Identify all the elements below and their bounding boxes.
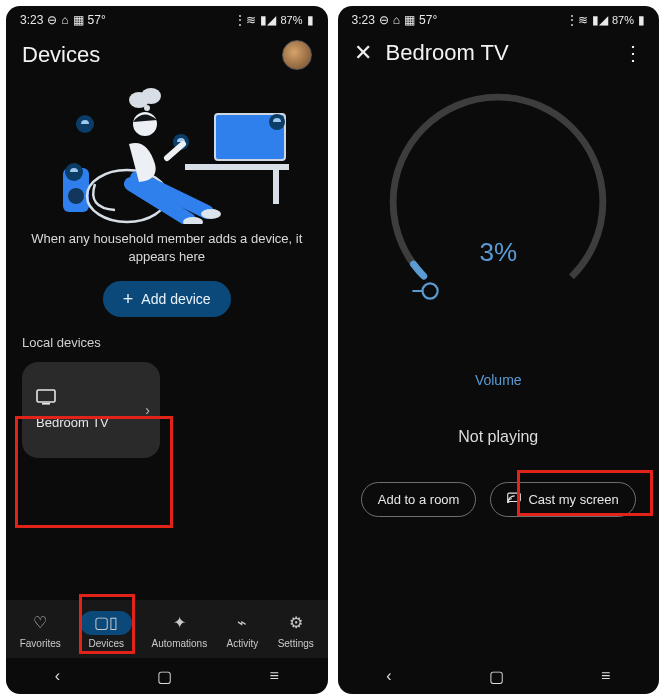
- nav-devices[interactable]: ▢▯ Devices: [74, 608, 138, 652]
- cast-icon: [507, 492, 521, 507]
- phone-device-detail-screen: 3:23 ⊖ ⌂ ▦ 57° ⋮≋ ▮◢ 87% ▮ ✕ Bedroom TV …: [338, 6, 660, 694]
- phone-devices-screen: 3:23 ⊖ ⌂ ▦ 57° ⋮≋ ▮◢ 87% ▮ Devices: [6, 6, 328, 694]
- back-icon[interactable]: ‹: [386, 667, 391, 685]
- svg-point-6: [68, 188, 84, 204]
- devices-empty-hint: When any household member adds a device,…: [6, 230, 328, 265]
- svg-point-13: [141, 88, 161, 104]
- status-weather-icon: ▦: [404, 13, 415, 27]
- nav-automations-label: Automations: [152, 638, 208, 649]
- status-battery-icon: ▮: [638, 13, 645, 27]
- android-system-nav: ‹ ▢ ≡: [6, 658, 328, 694]
- recents-icon[interactable]: ≡: [601, 667, 610, 685]
- status-dnd-icon: ⊖: [379, 13, 389, 27]
- status-home-icon: ⌂: [61, 13, 68, 27]
- tv-icon: [36, 389, 160, 409]
- volume-label: Volume: [475, 372, 522, 388]
- local-devices-label: Local devices: [6, 329, 328, 358]
- status-wifi-icon: ⋮≋: [234, 13, 256, 27]
- action-buttons: Add to a room Cast my screen: [361, 482, 636, 517]
- add-to-room-label: Add to a room: [378, 492, 460, 507]
- nav-activity[interactable]: ⌁ Activity: [221, 608, 265, 652]
- nav-settings-label: Settings: [278, 638, 314, 649]
- recents-icon[interactable]: ≡: [269, 667, 278, 685]
- svg-point-9: [201, 209, 221, 219]
- status-bar: 3:23 ⊖ ⌂ ▦ 57° ⋮≋ ▮◢ 87% ▮: [6, 6, 328, 34]
- status-battery: 87%: [612, 14, 634, 26]
- status-time: 3:23: [20, 13, 43, 27]
- svg-point-19: [350, 54, 647, 351]
- device-card-bedroom-tv[interactable]: Bedroom TV ›: [22, 362, 160, 458]
- devices-header: Devices: [6, 34, 328, 80]
- bottom-nav: ♡ Favorites ▢▯ Devices ✦ Automations ⌁ A…: [6, 600, 328, 658]
- svg-point-24: [508, 501, 510, 503]
- status-battery-icon: ▮: [307, 13, 314, 27]
- add-device-button[interactable]: + Add device: [103, 281, 231, 317]
- svg-rect-4: [273, 170, 279, 204]
- svg-rect-18: [42, 403, 50, 405]
- android-system-nav: ‹ ▢ ≡: [338, 658, 660, 694]
- status-signal-icon: ▮◢: [260, 13, 276, 27]
- avatar[interactable]: [282, 40, 312, 70]
- nav-activity-label: Activity: [227, 638, 259, 649]
- status-home-icon: ⌂: [393, 13, 400, 27]
- volume-percent: 3%: [479, 237, 517, 268]
- nav-automations[interactable]: ✦ Automations: [146, 608, 214, 652]
- nav-favorites-label: Favorites: [20, 638, 61, 649]
- home-icon[interactable]: ▢: [489, 667, 504, 686]
- magnifier-icon: [414, 278, 440, 308]
- svg-rect-17: [37, 390, 55, 402]
- status-bar: 3:23 ⊖ ⌂ ▦ 57° ⋮≋ ▮◢ 87% ▮: [338, 6, 660, 34]
- volume-ring[interactable]: 3%: [384, 88, 612, 316]
- volume-control-area: 3% Volume Not playing Add to a room Cast…: [338, 76, 660, 658]
- status-dnd-icon: ⊖: [47, 13, 57, 27]
- more-icon[interactable]: ⋮: [623, 41, 643, 65]
- status-battery: 87%: [280, 14, 302, 26]
- cast-label: Cast my screen: [528, 492, 618, 507]
- activity-icon: ⌁: [237, 614, 247, 631]
- nav-favorites[interactable]: ♡ Favorites: [14, 608, 67, 652]
- svg-line-22: [413, 286, 422, 295]
- back-icon[interactable]: ‹: [55, 667, 60, 685]
- status-weather-icon: ▦: [73, 13, 84, 27]
- nav-devices-label: Devices: [88, 638, 124, 649]
- page-title: Devices: [22, 42, 100, 68]
- sparkle-icon: ✦: [173, 614, 186, 631]
- status-wifi-icon: ⋮≋: [566, 13, 588, 27]
- device-card-label: Bedroom TV: [36, 415, 160, 431]
- status-temp: 57°: [419, 13, 437, 27]
- heart-icon: ♡: [33, 614, 47, 631]
- svg-point-14: [144, 105, 150, 111]
- add-to-room-button[interactable]: Add to a room: [361, 482, 477, 517]
- status-time: 3:23: [352, 13, 375, 27]
- close-icon[interactable]: ✕: [354, 40, 372, 66]
- devices-icon: ▢▯: [94, 614, 118, 631]
- add-device-label: Add device: [141, 291, 210, 307]
- not-playing-label: Not playing: [458, 428, 538, 446]
- svg-rect-23: [508, 493, 521, 501]
- status-signal-icon: ▮◢: [592, 13, 608, 27]
- cast-my-screen-button[interactable]: Cast my screen: [490, 482, 635, 517]
- nav-settings[interactable]: ⚙ Settings: [272, 608, 320, 652]
- status-temp: 57°: [88, 13, 106, 27]
- home-icon[interactable]: ▢: [157, 667, 172, 686]
- svg-rect-3: [185, 164, 289, 170]
- gear-icon: ⚙: [289, 614, 303, 631]
- chevron-right-icon: ›: [145, 402, 150, 418]
- devices-illustration: [37, 84, 297, 224]
